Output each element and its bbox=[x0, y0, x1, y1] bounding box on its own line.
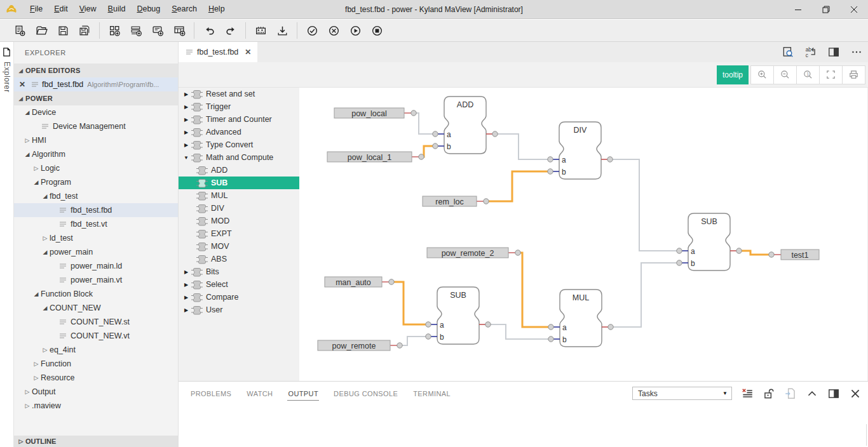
panel-tab-problems[interactable]: PROBLEMS bbox=[190, 387, 232, 400]
tree-item-power-main-vt[interactable]: power_main.vt bbox=[14, 273, 178, 287]
chevron-collapsed-icon[interactable]: ▶ bbox=[182, 130, 191, 135]
activity-bar-label[interactable]: Explorer bbox=[3, 62, 11, 93]
library-item-mov[interactable]: MOV bbox=[179, 240, 299, 253]
variable-label-pow_local[interactable]: pow_local bbox=[334, 108, 404, 118]
cancel-button[interactable] bbox=[323, 22, 344, 39]
menu-search[interactable]: Search bbox=[166, 0, 203, 18]
print-button[interactable] bbox=[842, 65, 865, 84]
compile-button[interactable] bbox=[250, 22, 271, 39]
tasks-dropdown[interactable]: Tasks ▼ bbox=[632, 387, 732, 400]
save-all-button[interactable] bbox=[74, 22, 95, 39]
output-port-icon[interactable] bbox=[607, 157, 613, 162]
fbd-canvas[interactable]: pow_localpow_local_1rem_locpow_remote_2m… bbox=[299, 88, 868, 381]
variable-label-rem_loc[interactable]: rem_loc bbox=[423, 196, 477, 206]
library-item-select[interactable]: ▶Select bbox=[179, 278, 299, 291]
input-port-icon[interactable] bbox=[548, 157, 553, 162]
library-item-abs[interactable]: ABS bbox=[179, 253, 299, 265]
tree-item-hmi[interactable]: ▷HMI bbox=[14, 133, 178, 147]
output-port-icon[interactable] bbox=[608, 324, 613, 330]
input-port-icon[interactable] bbox=[677, 248, 682, 253]
variable-label-pow_remote_2[interactable]: pow_remote_2 bbox=[427, 248, 508, 258]
outline-header[interactable]: ▷ OUTLINE bbox=[14, 436, 178, 447]
label-port-icon[interactable] bbox=[484, 199, 489, 204]
tree-item-resource[interactable]: ▷Resource bbox=[14, 371, 178, 385]
tree-item-device[interactable]: ◢Device bbox=[14, 105, 178, 119]
new-project-button[interactable] bbox=[104, 22, 125, 39]
wire-highlighted[interactable] bbox=[517, 253, 551, 327]
close-editor-icon[interactable]: ✕ bbox=[19, 80, 29, 89]
wire-highlighted[interactable] bbox=[739, 251, 771, 255]
tree-item-program[interactable]: ◢Program bbox=[14, 175, 178, 189]
library-item-expt[interactable]: EXPT bbox=[179, 227, 299, 240]
wire[interactable] bbox=[611, 263, 679, 327]
chevron-collapsed-icon[interactable]: ▶ bbox=[182, 117, 191, 123]
panel-tab-debug-console[interactable]: DEBUG CONSOLE bbox=[333, 387, 398, 400]
variable-label-pow_local_1[interactable]: pow_local_1 bbox=[327, 152, 412, 162]
menu-file[interactable]: File bbox=[24, 0, 48, 18]
chevron-collapsed-icon[interactable]: ▶ bbox=[182, 282, 191, 288]
chevron-expanded-icon[interactable]: ▼ bbox=[182, 155, 191, 161]
add-table-button[interactable] bbox=[168, 22, 190, 39]
fbd-block-add-add1[interactable]: ADDab bbox=[435, 97, 495, 154]
collapse-button[interactable] bbox=[806, 387, 818, 400]
panel-tab-output[interactable]: OUTPUT bbox=[287, 387, 319, 401]
tree-item-algorithm[interactable]: ◢Algorithm bbox=[14, 147, 178, 161]
wire[interactable] bbox=[495, 134, 550, 159]
chevron-collapsed-icon[interactable]: ▶ bbox=[182, 307, 191, 313]
library-item-bits[interactable]: ▶Bits bbox=[179, 265, 299, 278]
clear-output-button[interactable] bbox=[741, 387, 754, 400]
variable-label-test1[interactable]: test1 bbox=[781, 250, 819, 260]
add-screen-button[interactable] bbox=[147, 22, 168, 39]
input-port-icon[interactable] bbox=[426, 322, 431, 327]
wire[interactable] bbox=[413, 113, 435, 134]
tree-item-function[interactable]: ▷Function bbox=[14, 357, 178, 371]
restore-button[interactable] bbox=[812, 0, 840, 19]
tree-item-fbd-test-vt[interactable]: fbd_test.vt bbox=[14, 217, 178, 231]
wire-highlighted[interactable] bbox=[486, 171, 550, 201]
open-editor-item[interactable]: ✕fbd_test.fbdAlgorithm\Program\fb... bbox=[14, 77, 178, 91]
output-port-icon[interactable] bbox=[485, 322, 491, 327]
tree-item-eq-4int[interactable]: ▷eq_4int bbox=[14, 343, 178, 357]
library-item-sub[interactable]: SUB bbox=[179, 177, 299, 189]
input-port-icon[interactable] bbox=[548, 169, 553, 174]
tree-item-power-main[interactable]: ◢power_main bbox=[14, 245, 178, 259]
minimize-button[interactable] bbox=[784, 0, 812, 19]
tree-item-count-new-vt[interactable]: COUNT_NEW.vt bbox=[14, 329, 178, 343]
tree-item--maview[interactable]: ▷.maview bbox=[14, 399, 178, 413]
tree-item-power-main-ld[interactable]: power_main.ld bbox=[14, 259, 178, 273]
redo-button[interactable] bbox=[220, 22, 241, 39]
add-device-button[interactable] bbox=[125, 22, 147, 39]
menu-debug[interactable]: Debug bbox=[131, 0, 166, 18]
label-port-icon[interactable] bbox=[397, 343, 402, 348]
tree-item-fbd-test-fbd[interactable]: fbd_test.fbd bbox=[14, 203, 178, 217]
zoom-out-button[interactable] bbox=[773, 65, 797, 84]
close-panel-button[interactable] bbox=[849, 387, 862, 400]
label-port-icon[interactable] bbox=[419, 154, 424, 159]
menu-edit[interactable]: Edit bbox=[48, 0, 74, 18]
library-item-advanced[interactable]: ▶Advanced bbox=[179, 126, 299, 138]
zoom-in-button[interactable] bbox=[750, 65, 774, 84]
undo-button[interactable] bbox=[198, 22, 220, 39]
variable-label-pow_remote[interactable]: pow_remote bbox=[318, 340, 390, 350]
stop-button[interactable] bbox=[366, 22, 388, 39]
tree-item-logic[interactable]: ▷Logic bbox=[14, 161, 178, 175]
library-item-user[interactable]: ▶User bbox=[179, 304, 299, 316]
library-item-type-convert[interactable]: ▶Type Convert bbox=[179, 138, 299, 151]
menu-view[interactable]: View bbox=[74, 0, 102, 18]
output-scrollbar[interactable] bbox=[866, 424, 867, 446]
input-port-icon[interactable] bbox=[548, 337, 553, 342]
input-port-icon[interactable] bbox=[548, 324, 553, 330]
menu-build[interactable]: Build bbox=[102, 0, 132, 18]
output-port-icon[interactable] bbox=[492, 131, 498, 137]
variable-label-man_auto[interactable]: man_auto bbox=[325, 277, 382, 287]
library-item-math-and-compute[interactable]: ▼Math and Compute bbox=[179, 151, 299, 164]
library-item-mod[interactable]: MOD bbox=[179, 215, 299, 227]
label-port-icon[interactable] bbox=[389, 279, 394, 284]
split-editor-icon[interactable] bbox=[827, 46, 840, 58]
project-header[interactable]: ◢ POWER bbox=[14, 91, 178, 105]
open-folder-button[interactable] bbox=[31, 22, 52, 39]
replace-icon[interactable]: abc bbox=[804, 46, 817, 58]
tab-close-icon[interactable]: ✕ bbox=[245, 48, 251, 57]
tree-item-device-management[interactable]: Device Management bbox=[14, 119, 178, 133]
tree-item-ld-test[interactable]: ▷ld_test bbox=[14, 231, 178, 245]
